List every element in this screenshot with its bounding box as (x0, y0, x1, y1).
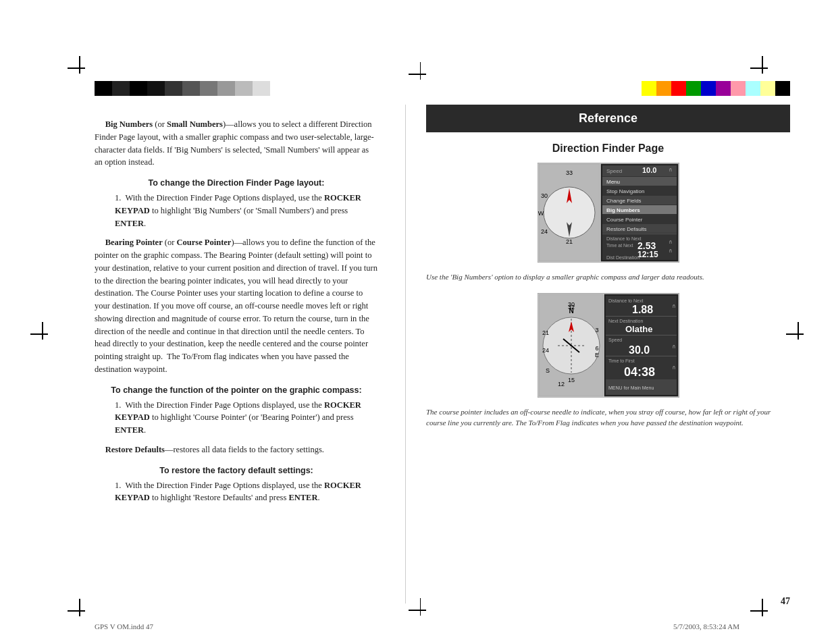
svg-text:Course Pointer: Course Pointer (606, 217, 643, 223)
svg-text:Dist Destination: Dist Destination (606, 255, 640, 260)
svg-text:S: S (545, 367, 549, 374)
bold-big-numbers: Big Numbers (105, 119, 153, 129)
heading-restore-factory: To restore the factory default settings: (95, 466, 378, 475)
svg-text:6: 6 (595, 345, 598, 352)
svg-text:30.0: 30.0 (629, 344, 650, 356)
step3-text: 1. With the Direction Finder Page Option… (115, 479, 378, 505)
step2-block: 1. With the Direction Finder Page Option… (95, 399, 378, 437)
heading-change-layout: To change the Direction Finder Page layo… (95, 178, 378, 188)
gps-svg-1: 33 30 W 24 21 Speed 10.0 ñ (538, 163, 679, 263)
step1-text: 1. With the Direction Finder Page Option… (115, 192, 378, 230)
svg-text:15: 15 (567, 377, 574, 383)
svg-text:Menu: Menu (606, 179, 620, 185)
svg-text:1.88: 1.88 (632, 304, 653, 315)
section-title: Direction Finder Page (426, 142, 790, 155)
svg-text:24: 24 (540, 228, 547, 235)
svg-text:ñ: ñ (673, 304, 675, 308)
svg-text:Time to First: Time to First (608, 358, 635, 363)
gps-svg-2: 30 32 N 3 6 E 15 12 S 24 21 (538, 293, 679, 398)
svg-text:ñ: ñ (673, 365, 675, 370)
svg-text:10.0: 10.0 (642, 166, 656, 174)
reference-header: Reference (426, 105, 790, 132)
step3-block: 1. With the Direction Finder Page Option… (95, 479, 378, 505)
svg-text:ñ: ñ (669, 167, 672, 172)
footer-left: GPS V OM.indd 47 (95, 622, 153, 630)
svg-text:Distance to Next: Distance to Next (608, 298, 643, 303)
svg-text:E: E (594, 352, 598, 358)
svg-rect-62 (606, 335, 677, 336)
color-bar-right (642, 81, 790, 96)
svg-text:Big Numbers: Big Numbers (606, 207, 640, 213)
svg-text:Change Fields: Change Fields (606, 198, 642, 204)
enter-3: ENTER (288, 493, 317, 502)
svg-text:12:15: 12:15 (637, 250, 658, 259)
svg-text:Distance to Next: Distance to Next (606, 236, 641, 241)
svg-text:Speed: Speed (608, 338, 622, 343)
svg-text:ñ: ñ (673, 344, 675, 349)
bold-restore-defaults: Restore Defaults (105, 445, 165, 454)
svg-text:Next Destination: Next Destination (608, 319, 643, 323)
caption-1: Use the 'Big Numbers' option to display … (426, 272, 790, 282)
rocker-keypad-1: ROCKER KEYPAD (115, 193, 361, 215)
page-number: 47 (781, 596, 790, 607)
svg-text:MENU for Main Menu: MENU for Main Menu (608, 385, 654, 390)
rocker-keypad-2: ROCKER KEYPAD (115, 400, 361, 423)
device-image-2: 30 32 N 3 6 E 15 12 S 24 21 (426, 293, 790, 400)
page: Big Numbers (or Small Numbers)—allows yo… (0, 0, 834, 644)
footer: GPS V OM.indd 47 5/7/2003, 8:53:24 AM (0, 622, 834, 630)
svg-text:Time at Next: Time at Next (606, 243, 633, 248)
device-image-1: 33 30 W 24 21 Speed 10.0 ñ (426, 163, 790, 265)
heading-change-function: To change the function of the pointer on… (95, 385, 378, 395)
svg-text:30: 30 (540, 192, 547, 199)
svg-text:33: 33 (565, 169, 572, 176)
enter-2: ENTER (115, 425, 144, 435)
bold-course-pointer: Course Pointer (177, 238, 232, 247)
rocker-keypad-3: ROCKER KEYPAD (115, 481, 361, 503)
svg-text:21: 21 (565, 238, 572, 245)
svg-rect-66 (606, 356, 677, 356)
svg-text:ñ: ñ (669, 248, 672, 253)
svg-text:ñ: ñ (669, 240, 672, 244)
step2-text: 1. With the Direction Finder Page Option… (115, 399, 378, 437)
svg-text:Restore Defaults: Restore Defaults (606, 226, 647, 232)
left-column: Big Numbers (or Small Numbers)—allows yo… (0, 105, 405, 603)
para-big-numbers: Big Numbers (or Small Numbers)—allows yo… (95, 118, 378, 169)
caption-2: The course pointer includes an off-cours… (426, 407, 790, 428)
footer-right: 5/7/2003, 8:53:24 AM (673, 622, 739, 630)
right-column: Reference Direction Finder Page 33 30 W … (406, 105, 834, 603)
svg-text:3: 3 (595, 327, 598, 333)
bold-small-numbers: Small Numbers (167, 119, 223, 129)
svg-text:24: 24 (542, 347, 548, 354)
step1-block: 1. With the Direction Finder Page Option… (95, 192, 378, 230)
para-restore-defaults: Restore Defaults—restores all data field… (95, 444, 378, 456)
svg-text:Stop Navigation: Stop Navigation (606, 188, 644, 194)
enter-1: ENTER (115, 219, 144, 228)
color-bar-left (95, 81, 270, 96)
svg-text:04:38: 04:38 (624, 365, 655, 379)
svg-text:N: N (569, 307, 573, 315)
svg-text:12: 12 (557, 381, 564, 387)
svg-rect-59 (606, 316, 677, 317)
main-layout: Big Numbers (or Small Numbers)—allows yo… (0, 105, 834, 603)
svg-text:21: 21 (542, 329, 548, 336)
svg-text:Speed: Speed (606, 168, 622, 174)
svg-text:Olathe: Olathe (625, 324, 652, 334)
bold-bearing-pointer: Bearing Pointer (105, 238, 163, 247)
para-bearing-pointer: Bearing Pointer (or Course Pointer)—allo… (95, 236, 378, 375)
svg-rect-28 (602, 234, 677, 234)
svg-text:W: W (538, 210, 544, 217)
